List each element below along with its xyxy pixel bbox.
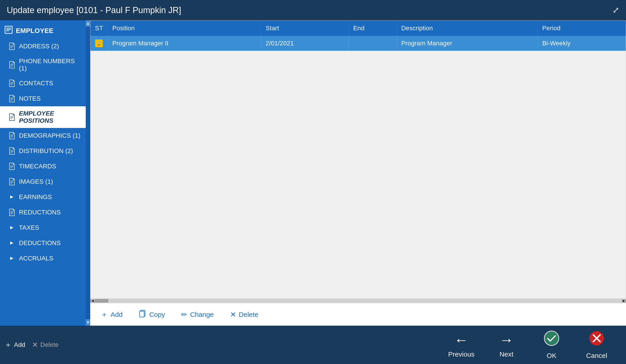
sidebar-item-earnings[interactable]: EARNINGS — [0, 189, 86, 205]
sidebar-item-reductions[interactable]: REDUCTIONS — [0, 205, 86, 220]
copy-label: Copy — [149, 311, 165, 319]
sidebar-item-demographics[interactable]: DEMOGRAPHICS (1) — [0, 128, 86, 143]
sidebar-icon-notes — [8, 95, 15, 103]
svg-point-41 — [545, 331, 558, 345]
sidebar-icon-earnings — [8, 193, 15, 201]
sidebar-wrapper: EMPLOYEE ADDRESS (2) PHONE NUMBERS (1) — [0, 20, 90, 326]
h-scroll[interactable]: ◀ ▶ — [90, 299, 626, 303]
next-button[interactable]: → Next — [491, 331, 522, 358]
sidebar-label-employee-positions: EMPLOYEE POSITIONS — [19, 110, 81, 124]
cancel-icon — [589, 330, 605, 350]
previous-icon: ← — [454, 331, 469, 348]
add-button[interactable]: ＋ Add — [97, 308, 126, 321]
sidebar-icon-demographics — [8, 132, 15, 140]
previous-label: Previous — [448, 351, 475, 358]
cancel-label: Cancel — [586, 352, 607, 360]
copy-icon — [139, 310, 146, 319]
svg-marker-31 — [10, 196, 13, 199]
sidebar: EMPLOYEE ADDRESS (2) PHONE NUMBERS (1) — [0, 20, 86, 326]
sidebar-icon-employee-positions — [8, 113, 15, 121]
bottom-toolbar: ＋ Add Copy ✏ Change — [90, 303, 626, 326]
sidebar-label-contacts: CONTACTS — [19, 80, 53, 87]
sidebar-scroll-down[interactable]: ▼ — [86, 319, 90, 326]
sidebar-add-label: Add — [14, 341, 25, 348]
svg-rect-1 — [6, 28, 11, 28]
maximize-icon[interactable]: ⤢ — [613, 5, 619, 15]
cell-start: 2/01/2021 — [261, 36, 349, 51]
sidebar-label-demographics: DEMOGRAPHICS (1) — [19, 132, 80, 139]
sidebar-delete-icon: ✕ — [32, 341, 38, 349]
cell-period: Bi-Weekly — [538, 36, 626, 51]
table-container: ST Position Start End Description Period… — [90, 20, 626, 299]
sidebar-item-contacts[interactable]: CONTACTS — [0, 76, 86, 91]
sidebar-add-button[interactable]: ＋ Add — [4, 340, 25, 350]
sidebar-icon-accruals — [8, 254, 15, 262]
col-period: Period — [538, 21, 626, 36]
sidebar-header-icon — [4, 26, 13, 36]
cell-st: 🔒 — [90, 36, 108, 51]
sidebar-vscroll: ▲ ▼ — [86, 20, 90, 326]
lock-icon: 🔒 — [95, 40, 103, 47]
col-start: Start — [261, 21, 349, 36]
sidebar-label-phone: PHONE NUMBERS (1) — [19, 58, 81, 72]
svg-marker-36 — [10, 242, 13, 245]
cell-description: Program Manager — [396, 36, 538, 51]
sidebar-icon-timecards — [8, 162, 15, 170]
copy-button[interactable]: Copy — [135, 308, 168, 321]
sidebar-item-accruals[interactable]: ACCRUALS — [0, 251, 86, 266]
sidebar-delete-button[interactable]: ✕ Delete — [32, 341, 59, 349]
sidebar-item-images[interactable]: IMAGES (1) — [0, 174, 86, 189]
add-label: Add — [111, 311, 122, 319]
col-position: Position — [108, 21, 261, 36]
footer-row: ＋ Add ✕ Delete ← Previous → Next — [0, 326, 626, 364]
cell-end — [349, 36, 396, 51]
sidebar-icon-phone — [8, 61, 15, 69]
h-scroll-left[interactable]: ◀ — [90, 299, 95, 303]
sidebar-item-address[interactable]: ADDRESS (2) — [0, 39, 86, 54]
svg-marker-37 — [10, 257, 13, 260]
sidebar-item-deductions[interactable]: DEDUCTIONS — [0, 235, 86, 251]
sidebar-header: EMPLOYEE — [0, 23, 86, 39]
sidebar-item-distribution[interactable]: DISTRIBUTION (2) — [0, 143, 86, 159]
sidebar-header-label: EMPLOYEE — [16, 27, 53, 35]
sidebar-label-images: IMAGES (1) — [19, 178, 53, 185]
previous-button[interactable]: ← Previous — [446, 331, 477, 358]
sidebar-label-deductions: DEDUCTIONS — [19, 240, 61, 247]
sidebar-item-taxes[interactable]: TAXES — [0, 220, 86, 235]
sidebar-items-container: ADDRESS (2) PHONE NUMBERS (1) CONTACTS N… — [0, 39, 86, 266]
cell-position: Program Manager II — [108, 36, 261, 51]
change-button[interactable]: ✏ Change — [178, 309, 217, 321]
table-row[interactable]: 🔒 Program Manager II 2/01/2021 Program M… — [90, 36, 626, 51]
sidebar-add-icon: ＋ — [4, 340, 12, 350]
col-description: Description — [396, 21, 538, 36]
delete-icon: ✕ — [230, 310, 236, 319]
delete-button[interactable]: ✕ Delete — [227, 309, 262, 321]
table-header-row: ST Position Start End Description Period — [90, 21, 626, 36]
sidebar-item-timecards[interactable]: TIMECARDS — [0, 159, 86, 174]
h-scroll-right[interactable]: ▶ — [622, 299, 626, 303]
ok-label: OK — [547, 352, 556, 360]
sidebar-label-taxes: TAXES — [19, 224, 39, 231]
sidebar-item-employee-positions[interactable]: EMPLOYEE POSITIONS — [0, 106, 86, 128]
sidebar-bottom: ＋ Add ✕ Delete — [0, 326, 90, 364]
delete-label: Delete — [239, 311, 259, 319]
sidebar-icon-images — [8, 178, 15, 186]
sidebar-icon-contacts — [8, 79, 15, 87]
footer: ← Previous → Next OK — [90, 326, 626, 364]
sidebar-icon-reductions — [8, 208, 15, 216]
title-bar-icons: ⤢ — [613, 5, 619, 15]
sidebar-label-notes: NOTES — [19, 95, 40, 102]
sidebar-icon-distribution — [8, 147, 15, 155]
next-label: Next — [500, 351, 513, 358]
sidebar-label-timecards: TIMECARDS — [19, 163, 56, 170]
cancel-button[interactable]: Cancel — [581, 330, 613, 360]
sidebar-scroll-up[interactable]: ▲ — [86, 20, 90, 27]
ok-button[interactable]: OK — [536, 330, 567, 360]
main-content: EMPLOYEE ADDRESS (2) PHONE NUMBERS (1) — [0, 20, 626, 326]
col-st: ST — [90, 21, 108, 36]
sidebar-delete-label: Delete — [40, 341, 59, 348]
change-icon: ✏ — [181, 310, 187, 319]
h-scroll-thumb[interactable] — [95, 299, 108, 303]
sidebar-item-notes[interactable]: NOTES — [0, 91, 86, 106]
sidebar-item-phone[interactable]: PHONE NUMBERS (1) — [0, 54, 86, 76]
